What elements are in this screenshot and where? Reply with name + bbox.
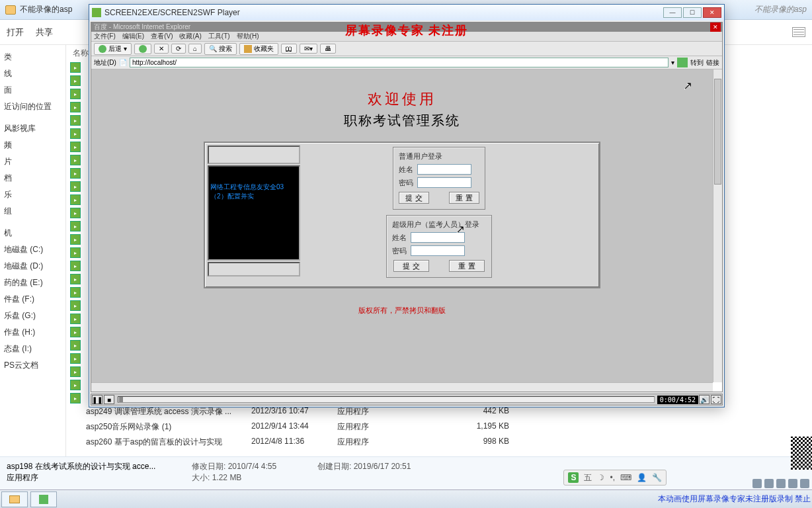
file-icon[interactable] [70, 366, 81, 377]
table-row[interactable]: asp250音乐网站录像 (1)2012/9/14 13:44应用程序1,195… [86, 419, 812, 435]
refresh-button[interactable]: ⟳ [171, 44, 186, 54]
sidebar-item[interactable]: 乐 [3, 187, 63, 203]
file-icon[interactable] [70, 115, 81, 126]
home-button[interactable]: ⌂ [188, 44, 202, 54]
sidebar-item[interactable]: 态盘 (I:) [3, 341, 63, 357]
view-icon[interactable] [792, 27, 805, 37]
file-icon[interactable] [70, 234, 81, 245]
keyboard-icon[interactable]: ⌨ [620, 473, 631, 482]
sidebar-item[interactable] [3, 115, 63, 120]
file-icon[interactable] [70, 300, 81, 311]
sidebar-item[interactable]: 机 [3, 225, 63, 241]
player-titlebar[interactable]: SCREEN2EXE/SCREEN2SWF Player — ☐ ✕ [89, 5, 724, 21]
normal-reset-button[interactable]: 重 置 [449, 192, 479, 204]
column-name[interactable]: 名称 [73, 48, 89, 59]
file-icon[interactable] [70, 155, 81, 165]
share-button[interactable]: 共享 [36, 26, 53, 38]
file-icon[interactable] [70, 62, 81, 73]
file-icon[interactable] [70, 247, 81, 258]
sidebar-item[interactable]: 类 [3, 49, 63, 65]
fullscreen-button[interactable]: ⛶ [711, 395, 721, 404]
sidebar-item[interactable]: PS云文档 [3, 357, 63, 374]
sidebar-item[interactable]: 药的盘 (E:) [3, 275, 63, 291]
sidebar-item[interactable]: 地磁盘 (C:) [3, 241, 63, 258]
file-icon[interactable] [70, 75, 81, 86]
go-button[interactable] [677, 58, 688, 67]
taskbar-player[interactable] [30, 491, 57, 507]
ie-menu-item[interactable]: 文件(F) [94, 32, 116, 41]
file-icon[interactable] [70, 380, 81, 390]
vertical-scrollbar[interactable] [713, 69, 722, 382]
links-label[interactable]: 链接 [706, 58, 719, 67]
file-icon[interactable] [70, 181, 81, 192]
horizontal-scrollbar[interactable] [91, 382, 713, 392]
favorites-button[interactable]: 收藏夹 [239, 43, 278, 55]
file-icon[interactable] [70, 89, 81, 99]
file-icon[interactable] [70, 142, 81, 152]
super-pwd-input[interactable] [411, 245, 465, 256]
volume-button[interactable]: 🔊 [699, 395, 710, 404]
sidebar-item[interactable]: 乐盘 (G:) [3, 308, 63, 324]
file-icon[interactable] [70, 128, 81, 139]
ie-menu-item[interactable]: 编辑(E) [122, 32, 144, 41]
ie-menubar[interactable]: 文件(F)编辑(E)查看(V)收藏(A)工具(T)帮助(H) [91, 32, 722, 42]
close-button[interactable]: ✕ [703, 7, 721, 18]
file-icon[interactable] [70, 314, 81, 324]
open-button[interactable]: 打开 [7, 26, 24, 38]
super-reset-button[interactable]: 重 置 [449, 260, 485, 272]
ie-close-button[interactable]: ✕ [710, 22, 721, 32]
sidebar-item[interactable]: 档 [3, 170, 63, 187]
mail-button[interactable]: ✉▾ [300, 44, 317, 54]
file-icon[interactable] [70, 221, 81, 232]
ie-menu-item[interactable]: 收藏(A) [179, 32, 201, 41]
taskbar-explorer[interactable] [1, 491, 28, 507]
file-icon[interactable] [70, 208, 81, 218]
stop-button[interactable]: ✕ [154, 44, 169, 54]
maximize-button[interactable]: ☐ [683, 7, 702, 18]
file-icon[interactable] [70, 194, 81, 205]
super-name-input[interactable] [411, 232, 465, 243]
file-icon[interactable] [70, 327, 81, 337]
sidebar-item[interactable]: 作盘 (H:) [3, 324, 63, 341]
moon-icon[interactable]: ☽ [597, 473, 604, 482]
file-icon[interactable] [70, 102, 81, 112]
sogou-icon[interactable]: S [568, 472, 579, 483]
file-icon[interactable] [70, 353, 81, 364]
file-icon[interactable] [70, 287, 81, 298]
normal-pwd-input[interactable] [417, 177, 471, 188]
system-tray[interactable] [752, 479, 809, 488]
minimize-button[interactable]: — [663, 7, 682, 18]
super-submit-button[interactable]: 提 交 [393, 260, 429, 272]
table-row[interactable]: asp260 基于asp的留言板的设计与实现2012/4/8 11:36应用程序… [86, 435, 812, 450]
bullet-icon[interactable]: •, [610, 473, 615, 482]
file-icon[interactable] [70, 168, 81, 179]
normal-submit-button[interactable]: 提 交 [399, 192, 429, 204]
search-button[interactable]: 🔍搜索 [204, 43, 237, 55]
ime-bar[interactable]: S 五 ☽ •, ⌨ 👤 🔧 [563, 470, 667, 486]
file-icon[interactable] [70, 393, 81, 403]
go-label[interactable]: 转到 [690, 58, 704, 67]
stop-button[interactable]: ■ [104, 395, 114, 404]
url-input[interactable] [130, 58, 669, 67]
sidebar-item[interactable]: 组 [3, 203, 63, 220]
user-icon[interactable]: 👤 [637, 473, 647, 482]
normal-name-input[interactable] [417, 164, 471, 175]
forward-button[interactable] [134, 44, 151, 54]
print-button[interactable]: 🖶 [320, 44, 336, 54]
back-button[interactable]: 后退 ▾ [94, 43, 132, 55]
sidebar-item[interactable]: 面 [3, 82, 63, 99]
sidebar-item[interactable]: 频 [3, 137, 63, 153]
pause-button[interactable]: ❚❚ [92, 395, 102, 404]
sidebar-item[interactable]: 地磁盘 (D:) [3, 258, 63, 275]
sidebar-item[interactable] [3, 220, 63, 225]
ie-menu-item[interactable]: 查看(V) [151, 32, 173, 41]
ie-menu-item[interactable]: 工具(T) [208, 32, 230, 41]
seek-track[interactable] [118, 396, 655, 403]
sidebar-item[interactable]: 近访问的位置 [3, 99, 63, 115]
sidebar-item[interactable]: 风影视库 [3, 120, 63, 137]
sidebar-item[interactable]: 线 [3, 65, 63, 82]
history-button[interactable]: 🕮 [281, 44, 297, 54]
ie-menu-item[interactable]: 帮助(H) [237, 32, 259, 41]
sidebar-item[interactable]: 件盘 (F:) [3, 291, 63, 308]
file-icon[interactable] [70, 274, 81, 284]
